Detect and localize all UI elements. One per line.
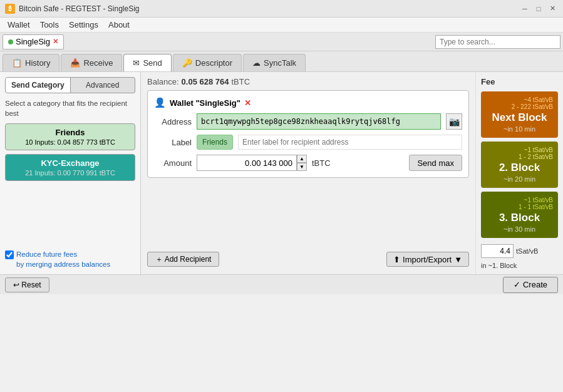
sub-tab-send-category[interactable]: Send Category	[5, 77, 71, 93]
fee-custom-note: in ~1. Block	[481, 262, 558, 269]
reduce-fees-row: Reduce future feesby merging address bal…	[5, 249, 135, 269]
maximize-button[interactable]: □	[533, 3, 544, 14]
amount-label: Amount	[154, 158, 192, 168]
balance-amount: 0.05 628 764	[182, 77, 229, 86]
history-icon: 📋	[12, 58, 22, 68]
wallet-tab-close[interactable]: ✕	[53, 38, 58, 46]
left-panel: Send Category Advanced Select a category…	[0, 72, 141, 274]
balance-row: Balance: 0.05 628 764 tBTC	[147, 77, 469, 86]
menu-settings[interactable]: Settings	[64, 19, 103, 31]
wallet-tab-singlesig[interactable]: SingleSig ✕	[3, 34, 64, 49]
fee-panel: Fee ~4 tSat/vB 2 - 222 tSat/vB Next Bloc…	[475, 72, 563, 274]
amount-decrement[interactable]: ▼	[297, 163, 307, 171]
app-title: Bitcoin Safe - REGTEST - SingleSig	[19, 4, 140, 13]
fee-custom-row: tSat/vB	[481, 244, 558, 258]
label-input[interactable]	[238, 135, 462, 150]
menu-tools[interactable]: Tools	[35, 19, 64, 31]
send-icon: ✉	[133, 58, 140, 68]
amount-wrapper: ▲ ▼	[197, 155, 307, 171]
amount-unit: tBTC	[312, 158, 331, 168]
wallet-icon: 👤	[154, 97, 166, 108]
close-button[interactable]: ✕	[547, 3, 558, 14]
recipient-remove-button[interactable]: ✕	[244, 98, 251, 108]
import-export-button[interactable]: ⬆ Import/Export ▼	[386, 252, 469, 267]
tab-descriptor[interactable]: 🔑 Descriptor	[173, 54, 242, 71]
menu-about[interactable]: About	[103, 19, 135, 31]
reset-button[interactable]: ↩ Reset	[5, 277, 49, 292]
camera-button[interactable]: 📷	[446, 113, 462, 130]
reduce-fees-checkbox[interactable]	[5, 250, 14, 259]
fee-custom-unit: tSat/vB	[516, 247, 538, 255]
label-tag: Friends	[197, 135, 233, 150]
balance-unit: tBTC	[232, 77, 251, 86]
titlebar-controls: ─ □ ✕	[519, 3, 558, 14]
category-hint: Select a category that fits the recipien…	[5, 98, 135, 118]
label-row: Label Friends	[154, 135, 462, 150]
address-input[interactable]	[197, 113, 441, 130]
recipient-wallet-label: Wallet "SingleSig"	[170, 98, 240, 108]
send-max-button[interactable]: Send max	[409, 155, 462, 171]
amount-input[interactable]	[197, 155, 297, 171]
amount-row: Amount ▲ ▼ tBTC Send max	[154, 155, 462, 171]
fee-next-sub: ~in 10 min	[486, 125, 553, 133]
recipient-box: 👤 Wallet "SingleSig" ✕ Address 📷 Label F…	[147, 90, 469, 178]
app-icon: ₿	[5, 4, 15, 14]
fee-next-main: Next Block	[486, 111, 553, 124]
fee-block-2[interactable]: ~1 tSat/vB 1 - 2 tSat/vB 2. Block ~in 20…	[481, 142, 558, 188]
fee-2-top: ~1 tSat/vB	[486, 147, 553, 153]
receive-icon: 📥	[70, 58, 80, 68]
tab-send[interactable]: ✉ Send	[123, 54, 171, 71]
address-label: Address	[154, 117, 192, 126]
fee-custom-input[interactable]	[481, 244, 514, 258]
tab-receive[interactable]: 📥 Receive	[61, 54, 122, 71]
fee-3-top: ~1 tSat/vB	[486, 197, 553, 204]
tab-history[interactable]: 📋 History	[3, 54, 59, 71]
bottom-bar: ↩ Reset ✓ Create	[0, 274, 563, 294]
amount-increment[interactable]: ▲	[297, 155, 307, 163]
fee-3-sub: ~in 30 min	[486, 225, 553, 233]
category-friends[interactable]: Friends 10 Inputs: 0.04 857 773 tBTC	[5, 123, 135, 150]
fee-2-main: 2. Block	[486, 162, 553, 174]
label-label: Label	[154, 138, 192, 147]
wallet-tab-label: SingleSig	[16, 37, 50, 46]
fee-title: Fee	[481, 77, 558, 86]
fee-3-range: 1 - 1 tSat/vB	[486, 204, 553, 210]
fee-3-main: 3. Block	[486, 212, 553, 224]
tab-synctalk[interactable]: ☁ SyncTalk	[243, 54, 306, 71]
fee-2-range: 1 - 2 tSat/vB	[486, 153, 553, 160]
category-kyc-name: KYC-Exchange	[12, 158, 128, 168]
center-bottom-bar: ＋ Add Recipient ⬆ Import/Export ▼	[147, 249, 469, 269]
tabbar: SingleSig ✕	[0, 33, 563, 51]
menu-wallet[interactable]: Wallet	[3, 19, 35, 31]
category-kyc-exchange[interactable]: KYC-Exchange 21 Inputs: 0.00 770 991 tBT…	[5, 154, 135, 181]
amount-spinner: ▲ ▼	[297, 155, 307, 171]
fee-next-block[interactable]: ~4 tSat/vB 2 - 222 tSat/vB Next Block ~i…	[481, 91, 558, 138]
center-panel: Balance: 0.05 628 764 tBTC 👤 Wallet "Sin…	[141, 72, 475, 274]
titlebar-left: ₿ Bitcoin Safe - REGTEST - SingleSig	[5, 4, 140, 14]
main-content: Send Category Advanced Select a category…	[0, 72, 563, 274]
balance-label: Balance:	[147, 77, 179, 86]
synctalk-icon: ☁	[252, 58, 261, 68]
fee-next-top: ~4 tSat/vB	[486, 96, 553, 103]
import-export-label: ⬆ Import/Export	[393, 255, 452, 264]
import-export-chevron: ▼	[454, 255, 462, 264]
titlebar: ₿ Bitcoin Safe - REGTEST - SingleSig ─ □…	[0, 0, 563, 18]
fee-2-sub: ~in 20 min	[486, 175, 553, 183]
address-row: Address 📷	[154, 113, 462, 130]
menubar: Wallet Tools Settings About	[0, 18, 563, 33]
category-friends-name: Friends	[12, 128, 128, 137]
add-recipient-button[interactable]: ＋ Add Recipient	[147, 252, 219, 267]
wallet-status-dot	[8, 39, 13, 44]
minimize-button[interactable]: ─	[519, 3, 530, 14]
search-input[interactable]	[435, 35, 560, 49]
create-button[interactable]: ✓ Create	[503, 277, 558, 293]
category-kyc-detail: 21 Inputs: 0.00 770 991 tBTC	[12, 169, 128, 177]
sub-tab-advanced[interactable]: Advanced	[71, 77, 136, 93]
fee-block-3[interactable]: ~1 tSat/vB 1 - 1 tSat/vB 3. Block ~in 30…	[481, 192, 558, 238]
descriptor-icon: 🔑	[182, 58, 192, 68]
category-friends-detail: 10 Inputs: 0.04 857 773 tBTC	[12, 138, 128, 146]
recipient-header: 👤 Wallet "SingleSig" ✕	[154, 97, 462, 108]
reduce-fees-label: Reduce future feesby merging address bal…	[16, 249, 110, 269]
fee-next-range: 2 - 222 tSat/vB	[486, 103, 553, 110]
main-tabs: 📋 History 📥 Receive ✉ Send 🔑 Descriptor …	[0, 51, 563, 72]
